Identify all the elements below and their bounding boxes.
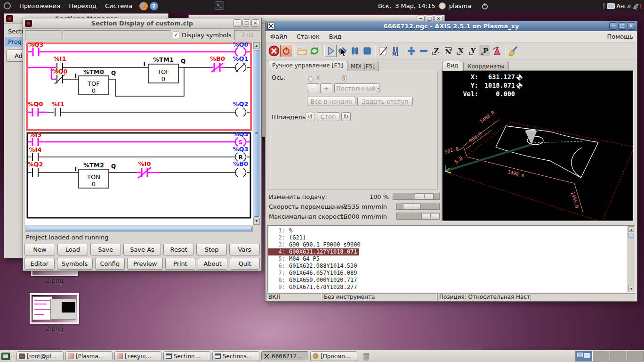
touch-off-button[interactable]: Задать отступ <box>357 97 413 106</box>
jog-mode-combo[interactable]: Постоянный▾ <box>334 83 379 93</box>
taskbar-item-section-display[interactable]: Section ... <box>163 351 210 361</box>
jog-minus-button[interactable]: - <box>307 83 319 93</box>
stop-button[interactable]: Stop <box>196 244 227 255</box>
vscroll-handle[interactable]: ≡ <box>254 50 259 217</box>
gcode-line[interactable]: 8:G01X659.000Y1020.717 <box>268 277 635 284</box>
home-all-button[interactable]: Все в начало <box>307 97 355 106</box>
scroll-down-arrow[interactable]: ▼ <box>253 218 260 224</box>
save-button[interactable]: Save <box>90 244 121 255</box>
spindle-ccw-button[interactable]: ↺ <box>306 112 315 121</box>
taskbar-item-image-viewer-2[interactable]: [текущ... <box>114 351 161 361</box>
gcode-scrollbar[interactable]: ▲ ▼ <box>628 226 635 292</box>
reset-button[interactable]: Reset <box>163 244 194 255</box>
gcode-line-active[interactable]: 4:G00X631.127Y1018.071 <box>268 248 359 255</box>
quit-button[interactable]: Quit <box>230 258 260 270</box>
scroll-up-arrow[interactable]: ▲ <box>253 42 260 49</box>
rung-label-field[interactable] <box>25 30 62 40</box>
show-desktop-button[interactable] <box>1 353 10 360</box>
view-z2-button[interactable]: N <box>442 45 454 57</box>
taskbar-item-axis[interactable]: 6666712... <box>261 351 308 361</box>
axis-titlebar[interactable]: 6666712.ngc - AXIS 2.5.1 on Plasma_xy ─ … <box>266 21 637 31</box>
config-button[interactable]: Config <box>95 258 125 270</box>
menu-system[interactable]: Система <box>101 2 137 9</box>
gcode-line[interactable]: 2:(G21) <box>268 234 635 241</box>
preview-area[interactable]: 1488.0 998.0 502.0 5.0 1490.0 1495.0 <box>442 70 634 222</box>
maximize-icon[interactable]: □ <box>618 22 626 30</box>
menu-file[interactable]: Файл <box>266 33 292 40</box>
terminal-window-icon[interactable]: >_ <box>215 1 224 10</box>
menu-places[interactable]: Переход <box>64 2 101 9</box>
maximize-icon[interactable]: □ <box>242 19 250 27</box>
taskbar-item-firefox[interactable]: [Просмо... <box>310 351 357 361</box>
radio-axis-y-label[interactable]: Y <box>342 74 346 81</box>
help-launcher-icon[interactable]: ? <box>150 2 158 10</box>
view-x-button[interactable]: X <box>454 45 467 57</box>
vars-button[interactable]: Vars <box>229 244 260 255</box>
rotate-view-button[interactable] <box>491 45 503 57</box>
new-button[interactable]: New <box>24 244 55 255</box>
open-file-button[interactable] <box>296 45 308 57</box>
close-icon[interactable]: × <box>251 19 259 27</box>
pause-button[interactable] <box>349 45 361 57</box>
zoom-out-button[interactable] <box>418 45 430 57</box>
tab-mdi[interactable]: MDI [F5] <box>346 62 379 71</box>
gcode-scroll-handle[interactable] <box>628 233 634 238</box>
scroll-up-arrow[interactable]: ▲ <box>628 226 634 232</box>
ubuntu-logo-icon[interactable] <box>4 2 11 9</box>
preview-button[interactable]: Preview <box>127 258 163 270</box>
taskbar-item-sections-manager[interactable]: Sections... <box>212 351 259 361</box>
optional-pause-button[interactable]: M1 <box>389 45 402 57</box>
display-icon[interactable] <box>607 3 615 9</box>
display-symbols-checkbox[interactable]: ✓ <box>173 32 179 38</box>
rapid-override-slider[interactable] <box>396 203 440 210</box>
spindle-cw-button[interactable]: ↻ <box>341 112 351 121</box>
menu-machine[interactable]: Станок <box>292 33 324 40</box>
skip-lines-button[interactable] <box>377 45 389 57</box>
desktop-icon-2png-label[interactable]: 2.png <box>30 325 79 332</box>
scroll-down-arrow[interactable]: ▼ <box>628 286 634 291</box>
load-button[interactable]: Load <box>57 244 88 255</box>
desktop-icon-1png-label[interactable]: 1.png <box>31 277 78 284</box>
radio-axis-x-label[interactable]: X <box>316 74 320 81</box>
minimize-icon[interactable]: ─ <box>609 22 617 30</box>
minimize-icon[interactable]: ─ <box>233 19 242 27</box>
clear-plot-button[interactable] <box>507 45 519 57</box>
close-icon[interactable]: × <box>627 22 635 30</box>
tab-manual-control[interactable]: Ручное управление [F3] <box>268 61 347 71</box>
taskbar-item-image-viewer-1[interactable]: [Plasma... <box>65 351 113 361</box>
spindle-stop-button[interactable]: Стоп <box>317 112 339 121</box>
gcode-line[interactable]: 1:% <box>268 227 635 234</box>
tab-dro[interactable]: Координаты <box>463 62 509 71</box>
workspace-3[interactable] <box>610 351 627 361</box>
menu-applications[interactable]: Приложения <box>15 2 64 9</box>
ladder-hscrollbar[interactable] <box>25 226 253 232</box>
workspace-4[interactable] <box>627 351 644 361</box>
ladder-vscrollbar[interactable]: ▲ ≡ ▼ <box>253 42 260 225</box>
estop-button[interactable] <box>268 45 280 57</box>
view-perspective-button[interactable]: P <box>479 45 491 57</box>
keyboard-layout[interactable]: Англ <box>617 3 631 9</box>
gcode-line[interactable]: 7:G01X646.057Y1016.089 <box>268 270 635 277</box>
about-button[interactable]: About <box>198 258 228 270</box>
gcode-line[interactable]: 5:M04 G4 P5 <box>268 255 635 263</box>
run-program-button[interactable] <box>324 45 337 57</box>
user-name[interactable]: plasma <box>449 2 471 9</box>
desktop-icon-2png-thumbnail[interactable] <box>30 293 79 324</box>
gcode-listing[interactable]: 1:% 2:(G21) 3:G90 G90.1 F9000 s9000 4:G0… <box>267 225 636 293</box>
rung-comment-field[interactable] <box>63 30 171 40</box>
section-display-titlebar[interactable]: Section Display of custom.clp ─ □ × <box>23 18 261 29</box>
reload-button[interactable] <box>308 45 321 57</box>
max-velocity-slider[interactable] <box>396 213 440 220</box>
menu-view[interactable]: Вид <box>324 33 346 40</box>
hscroll-handle[interactable] <box>26 227 252 231</box>
gcode-line[interactable]: 9:G01X671.678Y1028.277 <box>268 284 635 291</box>
firefox-launcher-icon[interactable] <box>139 2 148 10</box>
machine-power-button[interactable] <box>280 45 292 57</box>
tab-preview[interactable]: Вид <box>443 61 462 71</box>
taskbar-item-terminal[interactable]: >_[root@pl... <box>16 351 64 361</box>
workspace-1[interactable] <box>576 351 593 361</box>
workspace-2[interactable] <box>593 351 610 361</box>
stop-button[interactable] <box>361 45 373 57</box>
shutdown-icon[interactable] <box>481 2 489 10</box>
save-as-button[interactable]: Save As <box>123 244 161 255</box>
